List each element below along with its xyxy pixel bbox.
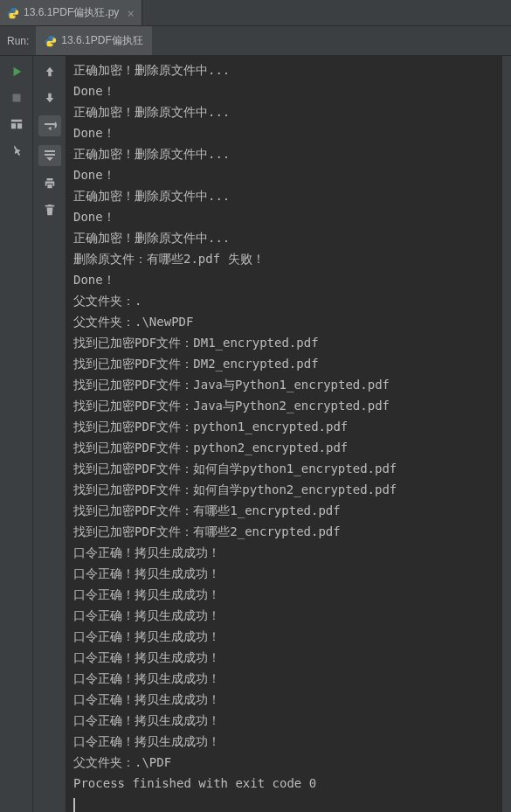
down-arrow-button[interactable] bbox=[41, 89, 59, 107]
layout-button[interactable] bbox=[8, 115, 25, 133]
console-line: 口令正确！拷贝生成成功！ bbox=[73, 647, 495, 668]
console-line: 找到已加密PDF文件：python2_encrypted.pdf bbox=[73, 437, 495, 458]
close-tab-icon[interactable]: × bbox=[127, 6, 134, 20]
svg-rect-2 bbox=[10, 123, 15, 128]
console-line: 正确加密！删除原文件中... bbox=[73, 185, 495, 206]
console-line: 父文件夹：.\NewPDF bbox=[73, 311, 495, 332]
console-line: Done！ bbox=[73, 80, 495, 101]
console-output[interactable]: 正确加密！删除原文件中...Done！正确加密！删除原文件中...Done！正确… bbox=[66, 56, 502, 812]
console-line: 找到已加密PDF文件：有哪些1_encrypted.pdf bbox=[73, 500, 495, 521]
console-line: 口令正确！拷贝生成成功！ bbox=[73, 689, 495, 710]
console-line: 找到已加密PDF文件：如何自学python1_encrypted.pdf bbox=[73, 458, 495, 479]
print-button[interactable] bbox=[41, 175, 59, 192]
console-line: 口令正确！拷贝生成成功！ bbox=[73, 668, 495, 689]
console-line: Done！ bbox=[73, 269, 495, 290]
run-config-tab[interactable]: 13.6.1PDF偏执狂 bbox=[36, 26, 151, 55]
console-line: 正确加密！删除原文件中... bbox=[73, 59, 495, 80]
soft-wrap-button[interactable] bbox=[38, 115, 61, 136]
rerun-button[interactable] bbox=[8, 63, 25, 80]
stop-button[interactable] bbox=[8, 89, 25, 107]
console-line: Process finished with exit code 0 bbox=[73, 773, 495, 794]
console-line: 找到已加密PDF文件：Java与Python2_encrypted.pdf bbox=[73, 395, 495, 416]
console-line: Done！ bbox=[73, 206, 495, 227]
trash-button[interactable] bbox=[41, 201, 59, 219]
scroll-to-end-button[interactable] bbox=[38, 145, 61, 166]
console-line: 口令正确！拷贝生成成功！ bbox=[73, 626, 495, 647]
console-line: 正确加密！删除原文件中... bbox=[73, 143, 495, 164]
console-line: 口令正确！拷贝生成成功！ bbox=[73, 584, 495, 605]
console-line: 找到已加密PDF文件：DM1_encrypted.pdf bbox=[73, 332, 495, 353]
vertical-scrollbar[interactable] bbox=[502, 56, 511, 812]
console-line: Done！ bbox=[73, 122, 495, 143]
console-line: 父文件夹：. bbox=[73, 290, 495, 311]
mid-toolbar bbox=[33, 56, 66, 812]
console-line: 找到已加密PDF文件：python1_encrypted.pdf bbox=[73, 416, 495, 437]
file-tab-label: 13.6.1PDF偏执狂.py bbox=[24, 5, 119, 20]
console-line: Done！ bbox=[73, 164, 495, 185]
console-line: 找到已加密PDF文件：如何自学python2_encrypted.pdf bbox=[73, 479, 495, 500]
main-area: 正确加密！删除原文件中...Done！正确加密！删除原文件中...Done！正确… bbox=[0, 56, 511, 812]
run-label: Run: bbox=[7, 35, 29, 47]
console-line: 父文件夹：.\PDF bbox=[73, 752, 495, 773]
run-tool-bar: Run: 13.6.1PDF偏执狂 bbox=[0, 26, 511, 56]
python-run-icon bbox=[45, 35, 57, 47]
console-line: 口令正确！拷贝生成成功！ bbox=[73, 605, 495, 626]
up-arrow-button[interactable] bbox=[41, 63, 59, 80]
console-line: 口令正确！拷贝生成成功！ bbox=[73, 563, 495, 584]
console-line: 口令正确！拷贝生成成功！ bbox=[73, 542, 495, 563]
console-line: 正确加密！删除原文件中... bbox=[73, 101, 495, 122]
run-config-label: 13.6.1PDF偏执狂 bbox=[61, 33, 142, 48]
python-file-icon bbox=[7, 7, 19, 19]
svg-rect-0 bbox=[12, 94, 20, 102]
console-line: 口令正确！拷贝生成成功！ bbox=[73, 710, 495, 731]
console-line: 找到已加密PDF文件：有哪些2_encrypted.pdf bbox=[73, 521, 495, 542]
file-tab-active[interactable]: 13.6.1PDF偏执狂.py × bbox=[0, 0, 142, 25]
text-cursor bbox=[73, 798, 75, 812]
console-line: 找到已加密PDF文件：Java与Python1_encrypted.pdf bbox=[73, 374, 495, 395]
console-line: 正确加密！删除原文件中... bbox=[73, 227, 495, 248]
pin-button[interactable] bbox=[8, 142, 25, 159]
left-toolbar bbox=[0, 56, 33, 812]
console-line: 口令正确！拷贝生成成功！ bbox=[73, 731, 495, 752]
svg-rect-1 bbox=[10, 120, 21, 122]
console-line: 删除原文件：有哪些2.pdf 失败！ bbox=[73, 248, 495, 269]
console-cursor-line bbox=[73, 794, 495, 812]
console-line: 找到已加密PDF文件：DM2_encrypted.pdf bbox=[73, 353, 495, 374]
file-tabs-bar: 13.6.1PDF偏执狂.py × bbox=[0, 0, 511, 26]
svg-rect-3 bbox=[17, 123, 21, 128]
